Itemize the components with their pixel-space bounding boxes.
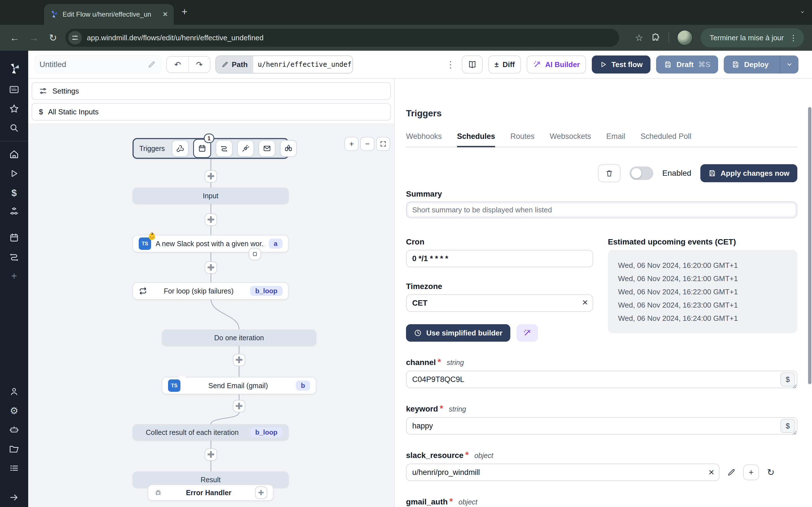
redo-button[interactable]: ↷ [188, 57, 210, 72]
edit-resource-pencil-icon[interactable] [725, 468, 738, 476]
webhook-trigger-icon[interactable] [172, 140, 189, 157]
diff-button[interactable]: ± Diff [488, 55, 521, 73]
bookmark-star-icon[interactable]: ☆ [635, 33, 643, 43]
flow-canvas[interactable]: + − Triggers [28, 123, 394, 507]
tab-schedules[interactable]: Schedules [457, 132, 495, 147]
enabled-toggle[interactable] [629, 166, 653, 180]
route-trigger-icon[interactable] [216, 140, 233, 157]
path-control[interactable]: Path u/henri/effective_undef [215, 55, 353, 73]
scheduled-poll-trigger-icon[interactable] [280, 140, 297, 157]
path-value[interactable]: u/henri/effective_undef [253, 56, 352, 73]
email-step-node[interactable]: TS 🕷 Send Email (gmail) b [162, 377, 316, 394]
routes-icon[interactable] [0, 247, 28, 267]
channel-input[interactable] [406, 371, 797, 388]
stop-after-step-button[interactable] [249, 248, 261, 260]
forward-icon[interactable]: → [27, 33, 41, 43]
docs-book-button[interactable] [462, 55, 483, 73]
undo-button[interactable]: ↶ [167, 57, 188, 72]
summary-input[interactable] [406, 202, 797, 218]
iteration-node[interactable]: Do one iteration [162, 330, 316, 346]
websocket-trigger-icon[interactable] [237, 140, 254, 157]
timezone-input[interactable] [406, 294, 593, 312]
panel-scrollbar[interactable] [808, 107, 811, 384]
error-handler-node[interactable]: Error Handler ✚ [148, 485, 273, 501]
test-flow-button[interactable]: Test flow [592, 55, 651, 73]
extensions-icon[interactable] [651, 33, 661, 43]
tab-routes[interactable]: Routes [510, 132, 535, 147]
ai-builder-button[interactable]: AI Builder [527, 55, 586, 73]
keyword-input[interactable] [406, 417, 797, 435]
delete-schedule-button[interactable] [598, 164, 620, 182]
logs-list-icon[interactable] [0, 459, 28, 478]
edit-name-pencil-icon[interactable] [148, 61, 156, 68]
summary-label: Summary [406, 189, 797, 199]
address-bar[interactable]: app.windmill.dev/flows/edit/u/henri/effe… [65, 29, 619, 47]
tab-scheduled-poll[interactable]: Scheduled Poll [641, 132, 691, 147]
add-step-button[interactable]: ✚ [233, 400, 245, 412]
browser-tab[interactable]: Edit Flow u/henri/effective_un ✕ [44, 4, 174, 25]
add-nav-icon[interactable]: + [0, 267, 28, 286]
add-error-handler-button[interactable]: ✚ [255, 487, 267, 499]
apply-changes-button[interactable]: Apply changes now [700, 164, 797, 182]
resources-icon[interactable] [0, 202, 28, 221]
add-step-button[interactable]: ✚ [233, 354, 245, 366]
variables-icon[interactable]: $ [0, 183, 28, 202]
runs-icon[interactable] [0, 164, 28, 183]
clear-timezone-icon[interactable]: ✕ [582, 298, 588, 307]
triggers-node[interactable]: Triggers 1 [133, 138, 289, 159]
cron-input[interactable] [406, 250, 593, 267]
flow-settings-row[interactable]: Settings [32, 82, 391, 100]
ai-cron-button[interactable] [516, 324, 538, 342]
add-step-button[interactable]: ✚ [205, 170, 217, 182]
deploy-button[interactable]: Deploy [724, 55, 799, 73]
chrome-menu-icon[interactable]: ⋮ [790, 33, 797, 43]
tab-webhooks[interactable]: Webhooks [406, 132, 442, 147]
add-step-button[interactable]: ✚ [205, 448, 217, 461]
simplified-builder-button[interactable]: Use simplified builder [406, 324, 510, 342]
zoom-in-button[interactable]: + [345, 137, 359, 151]
clear-resource-icon[interactable]: ✕ [708, 468, 714, 477]
zoom-out-button[interactable]: − [360, 137, 374, 151]
apps-icon[interactable] [0, 80, 28, 99]
resize-handle[interactable] [792, 431, 797, 435]
tab-close-icon[interactable]: ✕ [162, 10, 168, 18]
site-settings-icon[interactable] [68, 31, 82, 45]
refresh-resource-icon[interactable]: ↻ [765, 467, 777, 478]
favorites-star-icon[interactable] [0, 99, 28, 118]
collect-node[interactable]: Collect result of each iteration b_loop [133, 424, 289, 441]
windmill-logo[interactable] [0, 57, 28, 80]
profile-avatar[interactable] [677, 30, 693, 46]
static-inputs-row[interactable]: $ All Static Inputs [32, 103, 391, 121]
flow-name-field[interactable]: Untitled [34, 55, 161, 74]
reload-icon[interactable]: ↻ [46, 32, 60, 43]
folders-icon[interactable] [0, 439, 28, 459]
settings-gear-icon[interactable]: ⚙ [0, 401, 28, 420]
forloop-node[interactable]: For loop (skip failures) b_loop [133, 282, 289, 300]
email-trigger-icon[interactable] [259, 140, 275, 157]
user-icon[interactable] [0, 382, 28, 401]
schedules-icon[interactable] [0, 228, 28, 247]
search-icon[interactable] [0, 118, 28, 137]
schedule-trigger-icon[interactable]: 1 [193, 139, 211, 158]
add-resource-button[interactable]: + [743, 464, 759, 480]
new-tab-button[interactable]: + [182, 7, 188, 17]
add-step-button[interactable]: ✚ [205, 262, 217, 274]
home-icon[interactable] [0, 145, 28, 164]
tab-email[interactable]: Email [606, 132, 625, 147]
expand-sidebar-icon[interactable] [0, 488, 28, 507]
slack-resource-input[interactable] [406, 464, 719, 481]
input-node[interactable]: Input [133, 187, 289, 204]
workers-icon[interactable] [0, 420, 28, 439]
more-options-icon[interactable]: ⋮ [445, 59, 456, 70]
finish-update-button[interactable]: Terminer la mise à jour ⋮ [701, 28, 804, 47]
deploy-dropdown-chevron[interactable] [780, 55, 799, 73]
resize-handle[interactable] [792, 384, 797, 389]
tab-websockets[interactable]: Websockets [550, 132, 591, 147]
add-step-button[interactable]: ✚ [205, 214, 217, 226]
draft-button[interactable]: Draft ⌘S [656, 55, 718, 73]
fit-view-button[interactable] [376, 137, 390, 151]
back-icon[interactable]: ← [8, 33, 21, 43]
tab-search-chevron-icon[interactable]: ⌄ [800, 7, 805, 15]
slack-step-node[interactable]: TS 👶 A new Slack post with a given wor..… [133, 235, 289, 252]
draft-shortcut: ⌘S [698, 60, 710, 69]
